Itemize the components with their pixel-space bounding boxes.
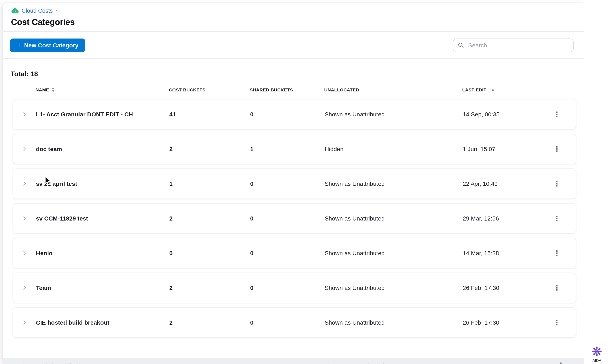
plus-icon: + bbox=[17, 41, 21, 49]
table-row[interactable]: L1- Acct Granular DONT EDIT - CH 41 0 Sh… bbox=[13, 99, 576, 130]
row-menu-button[interactable]: ⋮ bbox=[551, 283, 563, 293]
aida-icon[interactable]: ❋ bbox=[588, 345, 606, 358]
table-row[interactable]: Team 2 0 Shown as Unattributed 26 Feb, 1… bbox=[13, 273, 576, 303]
page-header: $ Cloud Costs › Cost Categories bbox=[3, 2, 584, 32]
sort-asc-icon[interactable] bbox=[491, 88, 495, 91]
cost-buckets-value: 5 bbox=[169, 362, 250, 364]
main-content-panel: $ Cloud Costs › Cost Categories + New Co… bbox=[2, 2, 584, 364]
new-cost-category-button[interactable]: + New Cost Category bbox=[10, 38, 85, 52]
row-menu-button[interactable]: ⋮ bbox=[551, 317, 563, 328]
cost-buckets-value: 2 bbox=[169, 319, 250, 326]
last-edit-value: 14 Sep, 00:35 bbox=[463, 111, 538, 118]
unallocated-value: Shown as Unattributed bbox=[324, 362, 462, 364]
last-edit-value: 29 Mar, 12:56 bbox=[463, 215, 538, 222]
row-menu-button[interactable]: ⋮ bbox=[555, 360, 567, 364]
column-header-unallocated[interactable]: UNALLOCATED bbox=[324, 87, 462, 92]
cost-buckets-value: 41 bbox=[169, 111, 250, 118]
expand-chevron-icon[interactable] bbox=[13, 215, 36, 221]
last-edit-value: 26 Feb, 17:30 bbox=[462, 362, 538, 364]
svg-text:$: $ bbox=[14, 9, 16, 13]
unallocated-value: Hidden bbox=[325, 146, 463, 152]
row-menu-button[interactable]: ⋮ bbox=[551, 178, 563, 189]
shared-buckets-value: 0 bbox=[250, 285, 325, 291]
sort-both-icon[interactable] bbox=[51, 87, 55, 92]
cost-category-name[interactable]: sv CCM-11829 test bbox=[36, 215, 169, 222]
breadcrumb-chevron-icon: › bbox=[55, 7, 57, 13]
expand-chevron-icon[interactable] bbox=[13, 363, 36, 364]
expand-chevron-icon[interactable] bbox=[13, 250, 36, 256]
table-row[interactable]: sv 22 april test 1 0 Shown as Unattribut… bbox=[13, 169, 576, 199]
breadcrumb-cloud-costs-link[interactable]: Cloud Costs bbox=[22, 7, 53, 14]
unallocated-value: Shown as Unattributed bbox=[325, 215, 463, 222]
toolbar: + New Cost Category bbox=[3, 32, 584, 59]
new-cost-category-label: New Cost Category bbox=[24, 42, 78, 49]
cost-buckets-value: 0 bbox=[169, 250, 250, 257]
cost-buckets-value: 1 bbox=[169, 180, 250, 187]
breadcrumb: $ Cloud Costs › bbox=[11, 7, 584, 14]
cloud-costs-icon: $ bbox=[11, 7, 19, 14]
cost-category-name[interactable]: Henlo bbox=[36, 250, 169, 257]
last-edit-value: 26 Feb, 17:30 bbox=[463, 319, 538, 326]
shared-buckets-value: 0 bbox=[250, 215, 325, 222]
last-edit-value: 22 Apr, 10:49 bbox=[463, 180, 538, 187]
cost-buckets-value: 2 bbox=[169, 215, 250, 222]
cost-buckets-value: 2 bbox=[169, 285, 250, 291]
page-title: Cost Categories bbox=[11, 17, 584, 27]
last-edit-value: 1 Jun, 15:07 bbox=[463, 146, 538, 152]
cost-category-name[interactable]: doc team bbox=[36, 146, 169, 152]
table-row[interactable]: doc team 2 1 Hidden 1 Jun, 15:07 ⋮ bbox=[13, 134, 576, 164]
unallocated-value: Shown as Unattributed bbox=[325, 319, 463, 326]
aida-label: AIDA bbox=[588, 359, 606, 363]
last-edit-value: 14 Mar, 15:28 bbox=[463, 250, 538, 257]
expand-chevron-icon[interactable] bbox=[13, 146, 36, 152]
cost-buckets-value: 2 bbox=[169, 146, 250, 152]
unallocated-value: Shown as Unattributed bbox=[325, 285, 463, 291]
table-row[interactable]: Henlo 0 0 Shown as Unattributed 14 Mar, … bbox=[13, 238, 576, 268]
expand-chevron-icon[interactable] bbox=[13, 320, 36, 325]
table-section: Total: 18 NAME COST BUCKETS SHAR bbox=[3, 59, 584, 338]
unallocated-value: Shown as Unattributed bbox=[325, 250, 463, 257]
table-row[interactable]: sv CCM-11829 test 2 0 Shown as Unattribu… bbox=[13, 203, 576, 234]
unallocated-value: Shown as Unattributed bbox=[325, 180, 463, 187]
shared-buckets-value: 2 bbox=[250, 362, 324, 364]
row-menu-button[interactable]: ⋮ bbox=[551, 109, 563, 119]
shared-buckets-value: 0 bbox=[250, 180, 325, 187]
search-icon bbox=[458, 42, 464, 48]
cost-category-name[interactable]: L1- Acct Granular DONT EDIT - CH bbox=[36, 111, 169, 118]
row-menu-button[interactable]: ⋮ bbox=[551, 213, 563, 224]
last-edit-value: 26 Feb, 17:30 bbox=[463, 285, 538, 291]
table-row[interactable]: CIE hosted build breakout 2 0 Shown as U… bbox=[13, 307, 576, 338]
row-menu-button[interactable]: ⋮ bbox=[551, 144, 563, 154]
search-box[interactable] bbox=[453, 38, 574, 52]
column-header-shared-buckets[interactable]: SHARED BUCKETS bbox=[250, 87, 324, 92]
shared-buckets-value: 0 bbox=[250, 319, 325, 326]
aida-widget[interactable]: ❋ AIDA bbox=[588, 345, 606, 363]
cost-category-name[interactable]: Module Attribution - ENGOPS bbox=[36, 362, 169, 364]
shared-buckets-value: 0 bbox=[250, 250, 325, 257]
shared-buckets-value: 0 bbox=[250, 111, 325, 118]
column-header-last-edit[interactable]: LAST EDIT bbox=[462, 87, 538, 92]
cost-category-list: L1- Acct Granular DONT EDIT - CH 41 0 Sh… bbox=[13, 99, 576, 338]
total-count: Total: 18 bbox=[11, 70, 584, 78]
table-row[interactable]: Module Attribution - ENGOPS 5 2 Shown as… bbox=[13, 360, 584, 364]
column-header-cost-buckets[interactable]: COST BUCKETS bbox=[169, 87, 250, 92]
right-gutter: ❋ AIDA bbox=[584, 0, 610, 364]
expand-chevron-icon[interactable] bbox=[13, 285, 36, 291]
cost-category-name[interactable]: CIE hosted build breakout bbox=[36, 319, 169, 326]
shared-buckets-value: 1 bbox=[250, 146, 325, 152]
expand-chevron-icon[interactable] bbox=[13, 181, 36, 187]
cost-category-name[interactable]: sv 22 april test bbox=[36, 180, 169, 187]
table-header-row: NAME COST BUCKETS SHARED BUCKETS UNALL bbox=[13, 87, 576, 93]
clipped-row-strip: Module Attribution - ENGOPS 5 2 Shown as… bbox=[3, 358, 584, 364]
search-input[interactable] bbox=[467, 41, 569, 49]
expand-chevron-icon[interactable] bbox=[13, 111, 36, 117]
row-menu-button[interactable]: ⋮ bbox=[551, 248, 563, 258]
cost-category-name[interactable]: Team bbox=[36, 285, 169, 291]
column-header-name[interactable]: NAME bbox=[36, 87, 169, 92]
cost-categories-page: $ Cloud Costs › Cost Categories + New Co… bbox=[0, 0, 610, 364]
unallocated-value: Shown as Unattributed bbox=[325, 111, 463, 118]
